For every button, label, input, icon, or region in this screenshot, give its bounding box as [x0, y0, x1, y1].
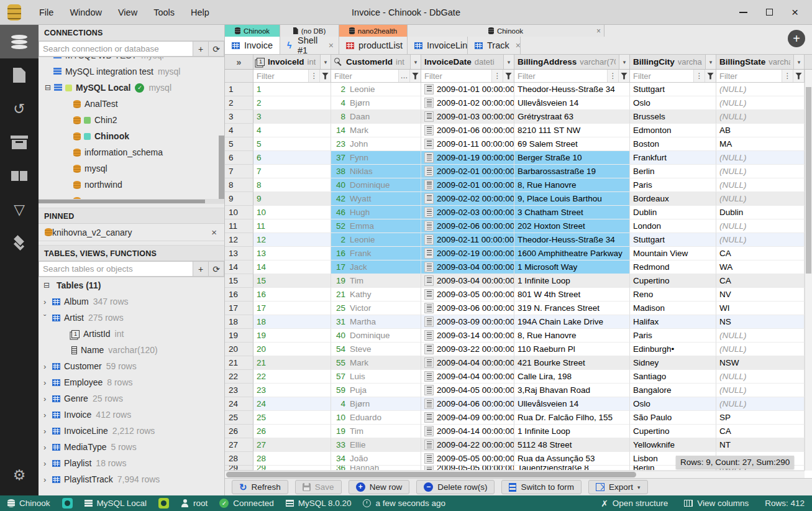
- cell-billingcity[interactable]: Paris: [630, 329, 716, 343]
- refresh-tables-button[interactable]: ⟳: [209, 261, 224, 277]
- cell-billingaddress[interactable]: 8, Rue Hanovre: [514, 329, 630, 343]
- filter-input[interactable]: [331, 70, 398, 82]
- cell-billingcity[interactable]: Frankfurt: [630, 151, 716, 165]
- cell-customerid[interactable]: 57Luis: [331, 370, 421, 384]
- column-menu-icon[interactable]: ▾: [320, 55, 331, 69]
- cell-billingaddress[interactable]: Rua Dr. Falcão Filho, 155: [514, 411, 630, 425]
- cell-invoicedate[interactable]: 2009-02-01 00:00:00: [421, 178, 514, 192]
- cell-billingaddress[interactable]: Berger Straße 10: [514, 151, 630, 165]
- rail-item-history[interactable]: ↺: [0, 92, 39, 126]
- chevron-right-icon[interactable]: ›: [43, 362, 52, 371]
- cell-invoiceid[interactable]: 8: [253, 178, 331, 192]
- close-group-icon[interactable]: ×: [596, 27, 601, 35]
- db-tab-group[interactable]: nano2health: [339, 25, 408, 37]
- cell-customerid[interactable]: 37Fynn: [331, 151, 421, 165]
- cell-invoicedate[interactable]: 2009-01-03 00:00:00: [421, 110, 514, 124]
- cell-invoiceid[interactable]: 23: [253, 384, 331, 397]
- document-icon[interactable]: [424, 221, 434, 231]
- document-icon[interactable]: [424, 248, 434, 259]
- row-number[interactable]: 18: [225, 315, 253, 329]
- row-number[interactable]: 16: [225, 288, 253, 302]
- filter-funnel-icon[interactable]: [319, 70, 331, 82]
- column-header-customerid[interactable]: CustomerIdint▾: [331, 55, 421, 69]
- document-icon[interactable]: [424, 152, 434, 163]
- filter-input[interactable]: [253, 70, 308, 82]
- column-menu-icon[interactable]: ▾: [793, 55, 804, 69]
- new-row-button[interactable]: +New row: [349, 480, 410, 494]
- document-icon[interactable]: [424, 84, 434, 94]
- cell-billingaddress[interactable]: Barbarossastraße 19: [514, 165, 630, 178]
- cell-invoicedate[interactable]: 2009-05-05 00:00:00: [421, 452, 514, 466]
- cell-billingaddress[interactable]: 69 Salem Street: [514, 137, 630, 151]
- connection-item[interactable]: MySQL integration testmysql: [39, 63, 224, 80]
- cell-invoiceid[interactable]: 9: [253, 192, 331, 206]
- cell-invoiceid[interactable]: 12: [253, 233, 331, 247]
- row-number[interactable]: 8: [225, 178, 253, 192]
- column-menu-icon[interactable]: ▾: [410, 55, 421, 69]
- cell-invoicedate[interactable]: 2009-02-06 00:00:00: [421, 219, 514, 233]
- filter-menu-icon[interactable]: ⋮: [782, 70, 793, 82]
- cell-invoiceid[interactable]: 15: [253, 274, 331, 288]
- cell-billingaddress[interactable]: Rua da Assunção 53: [514, 452, 630, 466]
- cell-billingstate[interactable]: (NULL): [716, 343, 805, 356]
- cell-billingaddress[interactable]: 8, Rue Hanovre: [514, 178, 630, 192]
- cell-billingcity[interactable]: Stuttgart: [630, 233, 716, 247]
- cell-invoicedate[interactable]: 2009-01-02 00:00:00: [421, 96, 514, 110]
- cell-invoiceid[interactable]: 18: [253, 315, 331, 329]
- tables-tree-item[interactable]: ›PlaylistTrack7,994 rows: [39, 471, 224, 487]
- cell-billingaddress[interactable]: 421 Bourke Street: [514, 356, 630, 370]
- status-item-root[interactable]: root: [181, 499, 208, 508]
- filter-funnel-icon[interactable]: [705, 70, 716, 82]
- cell-customerid[interactable]: 46Hugh: [331, 206, 421, 219]
- cell-invoicedate[interactable]: 2009-03-05 00:00:00: [421, 288, 514, 302]
- filter-menu-icon[interactable]: ⋮: [491, 70, 503, 82]
- document-icon[interactable]: [424, 344, 434, 354]
- row-number[interactable]: 21: [225, 356, 253, 370]
- chevron-right-icon[interactable]: ›: [43, 426, 52, 436]
- tables-tree-item[interactable]: 1ArtistIdint: [39, 326, 224, 342]
- cell-invoicedate[interactable]: 2009-04-05 00:00:00: [421, 384, 514, 397]
- cell-billingaddress[interactable]: Ullevålsveien 14: [514, 96, 630, 110]
- cell-billingstate[interactable]: Dublin: [716, 206, 805, 219]
- cell-invoiceid[interactable]: 4: [253, 124, 331, 137]
- cell-billingstate[interactable]: NV: [716, 288, 805, 302]
- cell-invoicedate[interactable]: 2009-03-22 00:00:00: [421, 343, 514, 356]
- cell-invoiceid[interactable]: 1: [253, 83, 331, 96]
- filter-menu-icon[interactable]: …: [398, 70, 409, 82]
- cell-billingcity[interactable]: Edinburgh•: [630, 343, 716, 356]
- cell-customerid[interactable]: 36Hannah: [331, 466, 421, 471]
- cell-billingcity[interactable]: Edmonton: [630, 124, 716, 137]
- document-icon[interactable]: [424, 398, 434, 409]
- status-item[interactable]: [62, 498, 73, 509]
- cell-billingcity[interactable]: London: [630, 219, 716, 233]
- export-button[interactable]: Export▾: [588, 480, 648, 494]
- row-number[interactable]: 15: [225, 274, 253, 288]
- add-table-button[interactable]: +: [193, 261, 209, 277]
- cell-billingaddress[interactable]: Tauentzienstraße 8: [514, 466, 630, 471]
- refresh-button[interactable]: ↻Refresh: [232, 480, 288, 494]
- row-number[interactable]: 23: [225, 384, 253, 397]
- tables-tree-item[interactable]: ›InvoiceLine2,212 rows: [39, 423, 224, 439]
- cell-billingstate[interactable]: (NULL): [716, 192, 805, 206]
- document-icon[interactable]: [424, 303, 434, 313]
- row-number[interactable]: 7: [225, 165, 253, 178]
- chevron-down-icon[interactable]: ˇ: [43, 313, 52, 323]
- document-icon[interactable]: [424, 234, 434, 245]
- row-number[interactable]: 1: [225, 83, 253, 96]
- row-number[interactable]: 4: [225, 124, 253, 137]
- cell-billingstate[interactable]: WA: [716, 260, 805, 274]
- tab-track[interactable]: Track×: [468, 37, 521, 54]
- cell-invoiceid[interactable]: 11: [253, 219, 331, 233]
- document-icon[interactable]: [424, 289, 434, 300]
- cell-invoicedate[interactable]: 2009-01-19 00:00:00: [421, 151, 514, 165]
- column-header-billingcity[interactable]: BillingCityvarcha▾: [630, 55, 716, 69]
- document-icon[interactable]: [424, 412, 434, 423]
- cell-billingcity[interactable]: Madison: [630, 302, 716, 315]
- cell-customerid[interactable]: 40Dominique: [331, 178, 421, 192]
- document-icon[interactable]: [424, 426, 434, 436]
- connections-search-input[interactable]: [39, 41, 193, 57]
- filter-input[interactable]: [421, 70, 491, 82]
- cell-billingaddress[interactable]: 1 Infinite Loop: [514, 425, 630, 438]
- scrollbar-thumb[interactable]: [39, 200, 205, 203]
- row-number[interactable]: 26: [225, 425, 253, 438]
